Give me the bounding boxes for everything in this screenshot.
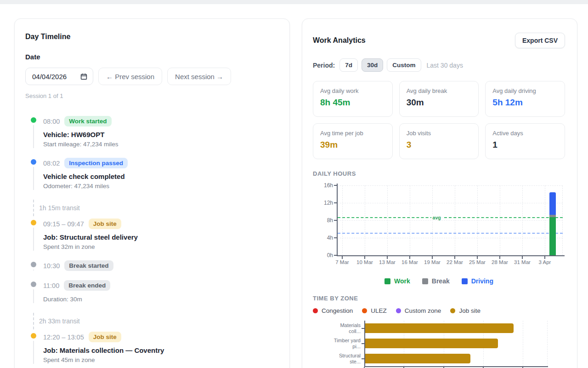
daily-hours-chart: 0h4h8h12h16h7 Mar10 Mar13 Mar16 Mar19 Ma… [313,182,565,274]
zone-legend: CongestionULEZCustom zoneJob site [313,307,565,314]
x-tick-label: 19 Mar [424,259,441,265]
x-tick [364,256,365,259]
stat-card: Job visits3 [399,123,479,159]
legend-item-work: Work [384,277,410,285]
v-gridline [432,185,433,255]
transit-label: 1h 15m transit [39,204,80,212]
y-tick-label: 0h [327,252,333,259]
event-time: 11:00 [43,282,59,289]
period-custom-button[interactable]: Custom [387,58,421,72]
event-time: 12:20 – 13:05 [43,334,84,341]
zone-v-gridline [547,321,548,366]
x-tick [432,256,433,259]
zone-category-label: Timber yardpi... [316,338,361,350]
time-by-zone-chart: 0h0.2h0.4h0.6h0.8hMaterialscoll...Timber… [313,321,565,368]
x-tick [477,256,478,259]
stat-label: Job visits [407,130,472,137]
zone-legend-dot [396,308,401,313]
y-tick [334,220,337,221]
top-strip [0,0,588,4]
event-badge: Work started [64,116,111,126]
event-time-row: 10:30Break started [43,260,278,271]
zone-legend-dot [313,308,318,313]
event-time-row: 08:00Work started [43,116,278,126]
zone-bar [365,354,470,363]
legend-label: Driving [471,277,493,285]
zone-v-gridline [523,321,523,366]
v-gridline [500,185,500,255]
date-value: 04/04/2026 [32,73,67,80]
stat-value: 30m [407,98,472,108]
event-badge: Break ended [64,280,110,291]
next-session-button[interactable]: Next session → [167,68,231,85]
event-time-row: 12:20 – 13:05Job site [43,332,278,342]
stat-card: Avg daily work8h 45m [313,81,393,117]
zone-legend-label: Congestion [322,307,353,314]
event-subtitle: Odometer: 47,234 miles [43,182,278,190]
timeline-dot [31,117,36,123]
stat-value: 5h 12m [492,98,558,108]
avg-line-label: avg [431,215,442,220]
stat-card: Active days1 [485,123,565,159]
period-30d-button[interactable]: 30d [362,58,383,72]
zone-x-axis [364,366,548,367]
timeline-connector [33,289,34,303]
timeline-dot [31,282,36,287]
prev-session-button[interactable]: ← Prev session [98,68,162,85]
v-gridline [387,185,388,255]
timeline-event: 11:00Break endedDuration: 30m [25,280,278,304]
stat-value: 8h 45m [320,98,385,108]
y-axis [337,184,338,255]
transit-label: 2h 33m transit [39,317,80,325]
zone-legend-ulez: ULEZ [362,307,387,314]
v-gridline [522,185,523,255]
event-time: 10:30 [43,262,60,270]
date-input[interactable]: 04/04/2026 [25,68,93,85]
event-subtitle: Spent 32m in zone [43,242,278,251]
zone-legend-congestion: Congestion [313,307,353,314]
period-hint: Last 30 days [427,62,463,69]
event-subtitle: Start mileage: 47,234 miles [43,140,278,149]
x-tick-label: 7 Mar [335,259,349,265]
x-tick-label: 25 Mar [469,259,486,265]
event-time-row: 08:02Inspection passed [43,158,278,168]
timeline-connector [33,270,34,270]
legend-item-break: Break [422,277,450,285]
period-7d-button[interactable]: 7d [339,58,358,72]
timeline-dot [31,220,36,225]
zone-legend-dot [362,308,367,313]
avg-line [338,217,563,218]
daily-hours-legend: WorkBreakDriving [313,277,565,285]
legend-item-driving: Driving [462,277,493,285]
legend-swatch [384,278,390,284]
zone-legend-job-site: Job site [450,307,481,314]
work-analytics-panel: Work Analytics Export CSV Period: 7d30dC… [302,18,577,368]
x-tick-label: 28 Mar [492,259,508,265]
x-axis [337,255,565,256]
y-tick [334,202,337,203]
event-time: 08:02 [43,160,60,167]
export-csv-button[interactable]: Export CSV [515,33,565,48]
zone-y-tick [362,358,364,359]
bar-segment-break [549,215,556,217]
zone-bar [365,339,498,348]
timeline-transit: 1h 15m transit [25,200,278,216]
event-time-row: 09:15 – 09:47Job site [43,218,278,229]
zone-legend-custom-zone: Custom zone [396,307,441,314]
h-gridline [338,203,563,203]
event-time-row: 11:00Break ended [43,280,278,291]
h-gridline [338,220,563,221]
legend-swatch [422,278,428,284]
timeline-event: 08:00Work startedVehicle: HW69OPTStart m… [25,116,278,149]
v-gridline [562,185,563,255]
zone-y-tick [362,343,364,344]
x-tick-label: 10 Mar [356,259,373,265]
calendar-icon[interactable] [80,73,87,80]
stats-grid: Avg daily work8h 45mAvg daily break30mAv… [313,81,565,159]
y-tick [334,255,337,256]
v-gridline [455,185,455,255]
x-tick [342,256,343,259]
stat-card: Avg daily driving5h 12m [485,81,565,117]
transit-dashed-line [33,313,34,329]
event-time: 08:00 [43,118,60,125]
